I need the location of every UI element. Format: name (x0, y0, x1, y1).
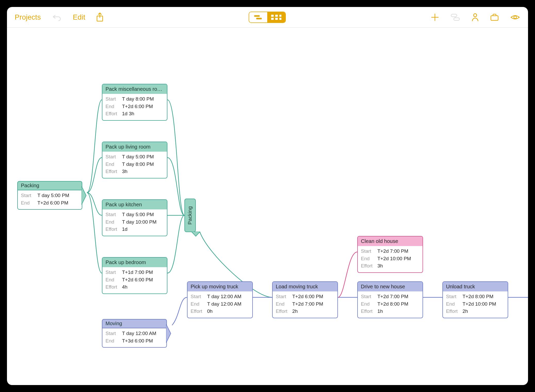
svg-rect-9 (451, 14, 457, 17)
svg-rect-7 (279, 15, 281, 17)
task-bedroom[interactable]: Pack up bedroom StartT+1d 7:00 PM EndT+2… (102, 257, 167, 294)
task-load[interactable]: Load moving truck StartT+2d 6:00 PM EndT… (272, 281, 338, 318)
svg-rect-4 (271, 18, 274, 20)
toolbar: Projects Edit (7, 7, 528, 28)
task-unload[interactable]: Unload truck StartT+2d 8:00 PM EndT+2d 1… (442, 281, 508, 318)
task-drive[interactable]: Drive to new house StartT+2d 7:00 PM End… (357, 281, 423, 318)
network-canvas[interactable]: Packing StartT day 5:00 PM EndT+2d 6:00 … (7, 28, 528, 385)
svg-point-13 (514, 16, 516, 19)
briefcase-icon[interactable] (490, 13, 499, 21)
share-icon[interactable] (96, 12, 104, 22)
chevron-right-icon (166, 324, 171, 343)
view-mode-network[interactable] (267, 12, 285, 22)
person-icon[interactable] (471, 13, 479, 22)
svg-rect-5 (275, 15, 278, 17)
task-clean[interactable]: Clean old house StartT+2d 7:00 PM EndT+2… (357, 236, 423, 273)
projects-button[interactable]: Projects (15, 13, 41, 21)
svg-rect-8 (279, 18, 281, 20)
milestone-packing[interactable]: Packing (184, 199, 196, 232)
svg-rect-2 (256, 18, 262, 19)
svg-point-11 (474, 14, 477, 17)
task-kitchen[interactable]: Pack up kitchen StartT day 5:00 PM EndT … (102, 199, 167, 236)
group-packing-title: Packing (17, 181, 82, 190)
svg-rect-1 (254, 15, 260, 17)
svg-rect-3 (271, 15, 274, 17)
add-icon[interactable] (431, 13, 439, 22)
view-mode-outline[interactable] (249, 12, 267, 22)
edit-button[interactable]: Edit (73, 13, 85, 21)
group-moving-title: Moving (102, 319, 167, 328)
svg-rect-10 (454, 18, 459, 20)
group-moving[interactable]: Moving StartT day 12:00 AM EndT+3d 6:00 … (102, 319, 167, 348)
task-living[interactable]: Pack up living room StartT day 5:00 PM E… (102, 142, 167, 178)
undo-icon[interactable] (52, 14, 62, 21)
link-icon[interactable] (450, 13, 460, 21)
svg-rect-12 (491, 16, 498, 20)
eye-icon[interactable] (510, 14, 520, 21)
task-misc[interactable]: Pack miscellaneous ro… StartT day 8:00 P… (102, 84, 167, 121)
app-window: Projects Edit (7, 7, 528, 385)
chevron-right-icon (82, 186, 87, 205)
svg-rect-6 (275, 18, 278, 20)
group-packing[interactable]: Packing StartT day 5:00 PM EndT+2d 6:00 … (17, 181, 82, 210)
task-pickup[interactable]: Pick up moving truck StartT day 12:00 AM… (187, 281, 253, 318)
view-mode-segmented[interactable] (249, 12, 286, 23)
chevron-down-icon (191, 232, 200, 237)
